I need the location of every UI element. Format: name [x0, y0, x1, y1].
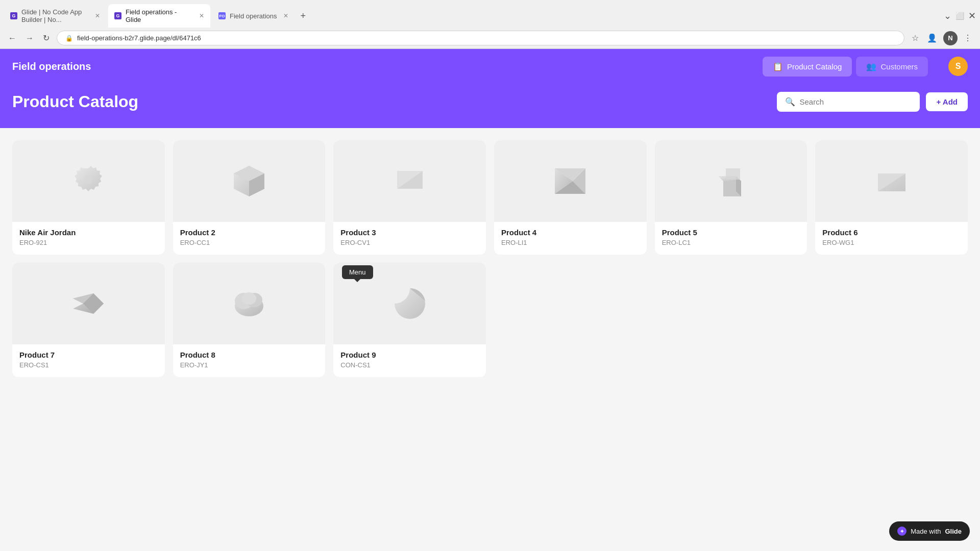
product-info-4: Product 4 ERO-LI1 — [494, 222, 647, 255]
product-name-3: Product 3 — [340, 228, 479, 237]
content-area: Nike Air Jordan ERO-921 — [0, 128, 980, 434]
tab-2-close[interactable]: ✕ — [199, 12, 204, 19]
product-info-8: Product 8 ERO-JY1 — [173, 344, 326, 377]
window-controls: ⌄ ⬜ ✕ — [944, 10, 976, 21]
tooltip-menu: Menu — [342, 265, 373, 279]
search-box[interactable]: 🔍 — [777, 92, 920, 112]
forward-button[interactable]: → — [23, 32, 36, 45]
url-text: field-operations-b2r7.glide.page/dl/6471… — [77, 34, 201, 42]
product-card-2[interactable]: Product 2 ERO-CC1 — [173, 140, 326, 255]
app-title: Field operations — [12, 61, 91, 72]
tab-3-close[interactable]: ✕ — [283, 12, 288, 19]
product-shape-1 — [65, 158, 111, 204]
product-card-8[interactable]: Product 8 ERO-JY1 — [173, 263, 326, 377]
product-image-1 — [12, 140, 165, 222]
url-bar[interactable]: 🔒 field-operations-b2r7.glide.page/dl/64… — [57, 31, 904, 45]
tab-3[interactable]: FO Field operations ✕ — [212, 8, 295, 24]
product-name-4: Product 4 — [501, 228, 640, 237]
svg-point-24 — [242, 292, 256, 305]
product-card-4[interactable]: Product 4 ERO-LI1 — [494, 140, 647, 255]
product-image-5 — [655, 140, 807, 222]
product-card-5[interactable]: Product 5 ERO-LC1 — [655, 140, 807, 255]
product-image-7 — [12, 263, 165, 344]
product-info-1: Nike Air Jordan ERO-921 — [12, 222, 165, 255]
bookmark-icon[interactable]: ☆ — [910, 31, 921, 45]
product-shape-2 — [226, 158, 272, 204]
product-info-2: Product 2 ERO-CC1 — [173, 222, 326, 255]
browser-chrome: G Glide | No Code App Builder | No... ✕ … — [0, 0, 980, 49]
tab-3-favicon: FO — [218, 12, 226, 19]
product-card-7[interactable]: Product 7 ERO-CS1 — [12, 263, 165, 377]
nav-tab-customers[interactable]: 👥 Customers — [856, 57, 928, 77]
product-info-6: Product 6 ERO-WG1 — [815, 222, 968, 255]
tab-2-favicon: G — [114, 12, 121, 19]
incognito-label: N — [948, 34, 952, 42]
product-image-3 — [333, 140, 486, 222]
close-icon[interactable]: ✕ — [968, 10, 976, 21]
product-name-9: Product 9 — [340, 350, 479, 359]
profile-icon[interactable]: 👤 — [925, 31, 939, 45]
avatar-initial: S — [955, 62, 961, 71]
product-sku-2: ERO-CC1 — [180, 239, 318, 246]
product-name-5: Product 5 — [662, 228, 800, 237]
product-image-8 — [173, 263, 326, 344]
product-shape-9 — [387, 281, 433, 327]
product-sku-9: CON-CS1 — [340, 361, 479, 369]
incognito-badge: N — [943, 31, 958, 45]
tab-2-label: Field operations - Glide — [126, 8, 193, 23]
product-card-6[interactable]: Product 6 ERO-WG1 — [815, 140, 968, 255]
search-input[interactable] — [799, 97, 912, 106]
product-shape-5 — [708, 158, 754, 204]
product-info-3: Product 3 ERO-CV1 — [333, 222, 486, 255]
product-image-4 — [494, 140, 647, 222]
lock-icon: 🔒 — [65, 35, 73, 42]
tab-1-close[interactable]: ✕ — [95, 12, 100, 19]
add-button[interactable]: + Add — [926, 92, 968, 111]
new-tab-button[interactable]: + — [297, 9, 310, 23]
nav-tab-product-catalog-label: Product Catalog — [787, 62, 842, 71]
product-name-8: Product 8 — [180, 350, 318, 359]
minimize-icon[interactable]: ⌄ — [944, 10, 951, 21]
product-catalog-icon: 📋 — [773, 62, 783, 71]
product-sku-4: ERO-LI1 — [501, 239, 640, 246]
product-name-1: Nike Air Jordan — [19, 228, 158, 237]
nav-tab-customers-label: Customers — [880, 62, 918, 71]
reload-button[interactable]: ↻ — [41, 31, 52, 45]
product-info-9: Product 9 CON-CS1 — [333, 344, 486, 377]
product-image-6 — [815, 140, 968, 222]
product-name-6: Product 6 — [822, 228, 961, 237]
product-shape-8 — [226, 281, 272, 327]
nav-tabs: 📋 Product Catalog 👥 Customers — [763, 57, 928, 77]
svg-rect-14 — [726, 168, 740, 180]
product-image-2 — [173, 140, 326, 222]
tab-3-label: Field operations — [230, 12, 277, 20]
tab-1[interactable]: G Glide | No Code App Builder | No... ✕ — [4, 4, 106, 28]
product-sku-8: ERO-JY1 — [180, 361, 318, 369]
tab-2[interactable]: G Field operations - Glide ✕ — [108, 4, 210, 28]
search-icon: 🔍 — [785, 97, 795, 107]
product-sku-7: ERO-CS1 — [19, 361, 158, 369]
customers-icon: 👥 — [866, 62, 876, 71]
address-actions: ☆ 👤 N ⋮ — [910, 31, 974, 45]
product-card-1[interactable]: Nike Air Jordan ERO-921 — [12, 140, 165, 255]
more-options-icon[interactable]: ⋮ — [962, 31, 974, 45]
back-button[interactable]: ← — [6, 32, 18, 45]
header-actions: 🔍 + Add — [777, 92, 968, 112]
avatar[interactable]: S — [948, 57, 968, 76]
maximize-icon[interactable]: ⬜ — [955, 12, 964, 20]
page-title: Product Catalog — [12, 92, 138, 111]
product-sku-5: ERO-LC1 — [662, 239, 800, 246]
page-header: Product Catalog 🔍 + Add — [0, 84, 980, 128]
product-info-7: Product 7 ERO-CS1 — [12, 344, 165, 377]
product-shape-6 — [869, 158, 915, 204]
product-card-3[interactable]: Product 3 ERO-CV1 — [333, 140, 486, 255]
tab-bar: G Glide | No Code App Builder | No... ✕ … — [0, 0, 980, 28]
product-grid: Nike Air Jordan ERO-921 — [12, 140, 968, 377]
tooltip-label: Menu — [349, 268, 366, 276]
nav-tab-product-catalog[interactable]: 📋 Product Catalog — [763, 57, 852, 77]
tab-1-favicon: G — [10, 12, 17, 19]
add-label: + Add — [936, 97, 958, 106]
svg-point-0 — [84, 176, 92, 184]
product-shape-4 — [547, 158, 593, 204]
product-info-5: Product 5 ERO-LC1 — [655, 222, 807, 255]
